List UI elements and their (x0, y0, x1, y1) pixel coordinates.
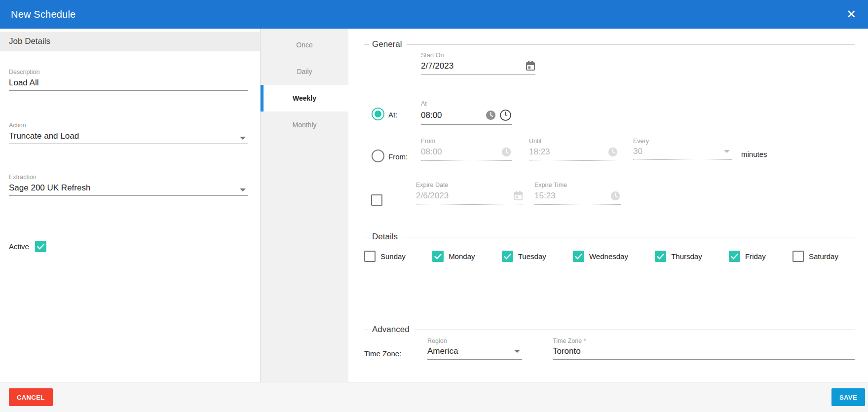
job-details-title: Job Details (9, 37, 50, 46)
from-radio-label: From: (388, 152, 408, 161)
at-radio-label: At: (388, 111, 397, 119)
extraction-field[interactable]: Extraction Sage 200 UK Refresh (9, 174, 248, 196)
active-label: Active (9, 242, 29, 251)
timezone-label: Time Zone * (553, 337, 855, 344)
start-on-label: Start On (421, 52, 535, 59)
advanced-section-legend: Advanced (364, 325, 855, 335)
day-friday[interactable]: Friday (729, 251, 766, 262)
new-schedule-dialog: New Schedule ✕ Job Details Description L… (0, 0, 868, 412)
clock-icon (610, 190, 621, 201)
extraction-select[interactable]: Sage 200 UK Refresh (9, 183, 248, 196)
dropdown-arrow-icon (514, 350, 520, 353)
timezone-field[interactable]: Time Zone * Toronto (553, 337, 855, 360)
tab-daily[interactable]: Daily (261, 58, 348, 85)
dropdown-arrow-icon (240, 137, 246, 140)
day-saturday[interactable]: Saturday (793, 251, 838, 262)
at-time-input[interactable]: 08:00 (421, 111, 482, 120)
dropdown-arrow-icon (724, 150, 730, 153)
calendar-icon (513, 190, 523, 201)
every-select[interactable]: 30 (633, 147, 721, 156)
day-wednesday[interactable]: Wednesday (573, 251, 628, 262)
every-field-label: Every (633, 138, 732, 145)
action-label: Action (9, 122, 248, 129)
general-section-legend: General (364, 39, 855, 49)
action-select[interactable]: Truncate and Load (9, 131, 248, 144)
expire-date-label: Expire Date (416, 182, 523, 188)
day-monday[interactable]: Monday (432, 251, 475, 262)
clock-filled-icon[interactable] (485, 110, 496, 121)
day-tuesday[interactable]: Tuesday (502, 251, 546, 262)
description-label: Description (9, 69, 248, 75)
close-icon[interactable]: ✕ (846, 8, 856, 20)
at-field-label: At (421, 100, 512, 107)
dialog-header: New Schedule ✕ (0, 0, 868, 29)
tab-weekly[interactable]: Weekly (261, 85, 348, 112)
active-row: Active (9, 241, 46, 252)
calendar-icon[interactable] (526, 61, 535, 72)
until-time-input[interactable]: 18:23 (529, 147, 604, 157)
region-label: Region (427, 337, 522, 344)
wednesday-checkbox[interactable] (573, 251, 584, 262)
dialog-title: New Schedule (11, 9, 75, 20)
minutes-unit-label: minutes (741, 150, 767, 158)
saturday-checkbox[interactable] (793, 251, 804, 262)
from-time-field[interactable]: From 08:00 (421, 138, 512, 161)
from-radio[interactable] (372, 150, 384, 162)
save-button[interactable]: SAVE (831, 388, 865, 406)
dialog-body: Job Details Description Load All Action … (0, 29, 868, 382)
every-field[interactable]: Every 30 (633, 138, 732, 160)
from-time-input[interactable]: 08:00 (421, 147, 498, 157)
action-field[interactable]: Action Truncate and Load (9, 122, 248, 144)
job-details-panel: Job Details Description Load All Action … (0, 29, 260, 382)
thursday-checkbox[interactable] (655, 251, 666, 262)
at-radio[interactable] (372, 108, 384, 120)
dropdown-arrow-icon (240, 188, 246, 191)
check-icon (37, 244, 44, 250)
tab-monthly[interactable]: Monthly (261, 112, 348, 138)
extraction-value: Sage 200 UK Refresh (9, 183, 90, 192)
dialog-footer: CANCEL SAVE (0, 382, 868, 412)
expire-time-label: Expire Time (534, 182, 621, 188)
expire-time-field[interactable]: Expire Time 15:23 (534, 182, 621, 205)
timezone-row-label: Time Zone: (364, 349, 401, 358)
details-section-legend: Details (364, 232, 855, 242)
schedule-type-tabs: Once Daily Weekly Monthly (260, 29, 348, 382)
from-field-label: From (421, 138, 512, 145)
expire-checkbox[interactable] (371, 194, 382, 206)
active-tab-indicator (261, 85, 264, 112)
friday-checkbox[interactable] (729, 251, 740, 262)
region-select[interactable]: America (427, 346, 511, 356)
extraction-label: Extraction (9, 174, 248, 181)
sunday-checkbox[interactable] (364, 251, 376, 262)
schedule-settings-panel: General Start On 2/7/2023 At: At 08:00 (348, 29, 868, 382)
start-on-field[interactable]: Start On 2/7/2023 (421, 52, 535, 75)
job-details-header: Job Details (0, 32, 260, 51)
expire-date-field[interactable]: Expire Date 2/6/2023 (416, 182, 523, 205)
description-input[interactable]: Load All (9, 78, 248, 91)
general-legend-text: General (372, 39, 405, 49)
expire-date-input[interactable]: 2/6/2023 (416, 191, 510, 201)
tab-once[interactable]: Once (261, 32, 348, 58)
day-thursday[interactable]: Thursday (655, 251, 702, 262)
action-value: Truncate and Load (9, 131, 79, 141)
active-checkbox[interactable] (35, 241, 46, 252)
clock-icon (501, 147, 512, 157)
timezone-input[interactable]: Toronto (553, 346, 855, 356)
weekday-checkbox-row: Sunday Monday Tuesday Wednesday Thursday… (364, 251, 838, 262)
description-field[interactable]: Description Load All (9, 69, 248, 91)
day-sunday[interactable]: Sunday (364, 251, 406, 262)
start-on-input[interactable]: 2/7/2023 (421, 61, 523, 71)
region-field[interactable]: Region America (427, 337, 522, 360)
advanced-legend-text: Advanced (372, 325, 413, 335)
expire-time-input[interactable]: 15:23 (534, 191, 607, 201)
cancel-button[interactable]: CANCEL (9, 388, 53, 406)
clock-outline-icon[interactable] (499, 109, 512, 121)
at-time-field[interactable]: At 08:00 (421, 100, 512, 125)
until-time-field[interactable]: Until 18:23 (529, 138, 618, 161)
until-field-label: Until (529, 138, 618, 145)
monday-checkbox[interactable] (432, 251, 444, 262)
clock-icon (607, 147, 618, 157)
tuesday-checkbox[interactable] (502, 251, 513, 262)
details-legend-text: Details (372, 232, 401, 242)
